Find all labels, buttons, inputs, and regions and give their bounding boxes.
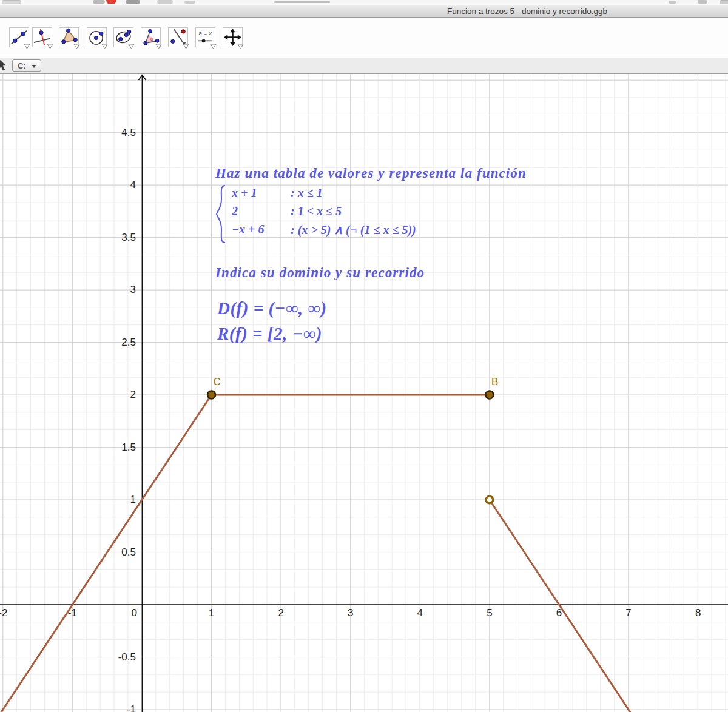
background-icon-fragment <box>698 0 707 4</box>
piecewise-expr-1: x + 1 <box>232 186 291 204</box>
tool-circle-with-center-button[interactable] <box>87 27 107 47</box>
piecewise-expr-2: 2 <box>232 204 291 223</box>
background-icon-fragment <box>157 0 173 4</box>
background-icon-fragment <box>720 0 728 4</box>
tool-dropdown-arrow-icon[interactable] <box>183 44 189 49</box>
piecewise-cond-1: : x ≤ 1 <box>291 186 416 204</box>
tool-reflect-about-line-button[interactable] <box>168 27 188 47</box>
tool-dropdown-arrow-icon[interactable] <box>128 44 135 49</box>
text-piecewise-definition[interactable]: x + 1 : x ≤ 1 2 : 1 < x ≤ 5 −x + 6 : (x … <box>214 184 468 244</box>
y-tick-1: 1 <box>101 494 136 506</box>
screen: { "window": { "title": "Funcion a trozos… <box>0 0 728 712</box>
y-tick-3.5: 3.5 <box>101 232 136 244</box>
x-tick-7: 7 <box>625 607 631 619</box>
y-tick--0.5: -0.5 <box>101 651 136 663</box>
x-tick--2: -2 <box>0 607 7 619</box>
background-icon-fragment <box>669 1 676 4</box>
x-tick-6: 6 <box>556 607 562 619</box>
cursor-arrow-icon <box>0 59 8 72</box>
y-tick-2: 2 <box>101 389 136 401</box>
background-icon-fragment <box>93 0 105 4</box>
background-text-fragment <box>274 1 330 3</box>
window-title: Funcion a trozos 5 - dominio y recorrido… <box>447 7 607 16</box>
tool-dropdown-arrow-icon[interactable] <box>210 44 217 49</box>
y-tick-3: 3 <box>101 284 136 296</box>
background-icon-fragment <box>2 0 21 4</box>
window-titlebar[interactable]: Funcion a trozos 5 - dominio y recorrido… <box>0 4 728 18</box>
text-range[interactable]: R(f) = [2, −∞) <box>217 324 322 344</box>
svg-text:α: α <box>150 36 154 42</box>
point-style-dropdown-label: C: <box>18 61 26 70</box>
y-tick-0.5: 0.5 <box>101 546 136 559</box>
x-tick-1: 1 <box>209 607 214 619</box>
tool-move-graphics-view-button[interactable] <box>223 27 243 47</box>
x-tick-5: 5 <box>487 607 492 619</box>
tool-dropdown-arrow-icon[interactable] <box>24 44 30 49</box>
open-point[interactable] <box>486 496 493 503</box>
tool-angle-button[interactable]: α <box>141 27 161 47</box>
background-red-badge-icon <box>106 0 116 4</box>
piecewise-expr-3: −x + 6 <box>232 223 291 241</box>
y-tick--1: -1 <box>101 704 136 712</box>
tool-line-through-two-points-button[interactable] <box>9 27 29 47</box>
y-tick-4.5: 4.5 <box>101 127 136 139</box>
tool-slider-button[interactable]: a = 2 <box>195 27 215 47</box>
function-piece-minus-x-plus-6[interactable] <box>490 500 631 712</box>
curly-brace-icon <box>214 184 227 244</box>
point-B[interactable] <box>485 391 493 399</box>
x-tick--1: -1 <box>68 607 77 619</box>
stylebar: C: <box>0 58 728 74</box>
x-tick-4: 4 <box>417 607 423 619</box>
point-label-C: C <box>214 376 221 388</box>
tool-dropdown-arrow-icon[interactable] <box>47 44 53 49</box>
y-tick-2.5: 2.5 <box>101 337 136 349</box>
x-tick-0: 0 <box>132 607 137 619</box>
chevron-down-icon <box>32 65 36 68</box>
tool-polygon-button[interactable] <box>59 27 79 47</box>
toolbar: α a = 2 <box>0 18 728 58</box>
background-icon-fragment <box>184 1 195 4</box>
tool-ellipse-button[interactable] <box>113 27 133 47</box>
graphics-view[interactable]: Haz una tabla de valores y representa la… <box>0 74 728 712</box>
x-tick-3: 3 <box>348 607 353 619</box>
slider-icon-label: a = 2 <box>199 30 212 36</box>
point-label-B: B <box>491 376 498 388</box>
tool-perpendicular-line-button[interactable] <box>32 27 52 47</box>
text-domain[interactable]: D(f) = (−∞, ∞) <box>217 298 327 318</box>
y-tick-4: 4 <box>101 179 136 191</box>
y-tick-1.5: 1.5 <box>101 442 136 454</box>
text-prompt-dominio[interactable]: Indica su dominio y su recorrido <box>215 265 425 281</box>
x-tick-8: 8 <box>695 607 701 619</box>
tool-dropdown-arrow-icon[interactable] <box>101 44 108 49</box>
text-prompt-tabla[interactable]: Haz una tabla de valores y representa la… <box>215 166 527 181</box>
piecewise-cond-3: : (x > 5) ∧ (¬ (1 ≤ x ≤ 5)) <box>291 223 416 241</box>
background-app-strip <box>0 0 728 4</box>
tool-dropdown-arrow-icon[interactable] <box>237 44 244 49</box>
tool-dropdown-arrow-icon[interactable] <box>73 44 80 49</box>
piecewise-cond-2: : 1 < x ≤ 5 <box>291 204 416 223</box>
tool-dropdown-arrow-icon[interactable] <box>155 44 162 49</box>
x-tick-2: 2 <box>278 607 283 619</box>
background-icon-fragment <box>126 0 140 4</box>
point-style-dropdown[interactable]: C: <box>12 59 41 72</box>
point-C[interactable] <box>207 391 215 399</box>
